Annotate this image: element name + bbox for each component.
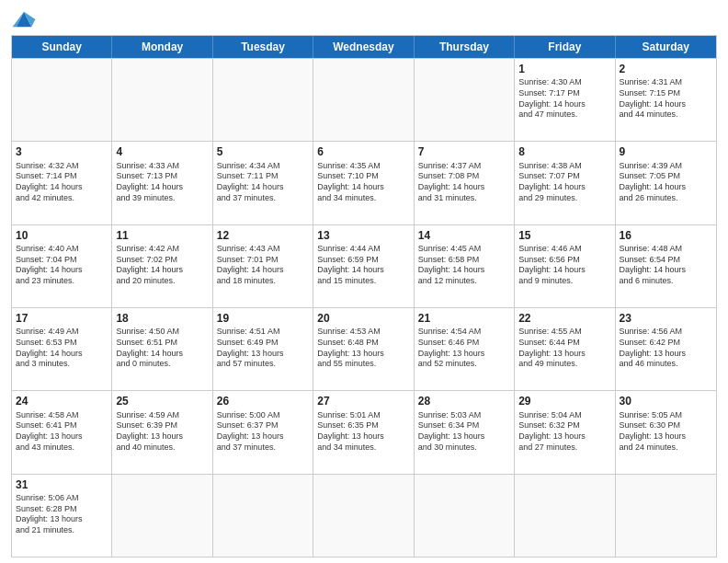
logo-icon <box>11 9 37 29</box>
cal-cell: 2Sunrise: 4:31 AM Sunset: 7:15 PM Daylig… <box>616 59 716 141</box>
day-number: 14 <box>418 228 510 243</box>
day-number: 26 <box>217 394 309 408</box>
cal-cell: 21Sunrise: 4:54 AM Sunset: 6:46 PM Dayli… <box>415 308 515 390</box>
cal-cell: 9Sunrise: 4:39 AM Sunset: 7:05 PM Daylig… <box>616 142 716 224</box>
day-info: Sunrise: 4:53 AM Sunset: 6:48 PM Dayligh… <box>317 327 409 370</box>
cal-cell: 18Sunrise: 4:50 AM Sunset: 6:51 PM Dayli… <box>112 308 212 390</box>
day-number: 3 <box>16 144 108 159</box>
day-info: Sunrise: 5:06 AM Sunset: 6:28 PM Dayligh… <box>16 493 108 536</box>
day-number: 4 <box>116 144 208 159</box>
day-info: Sunrise: 4:34 AM Sunset: 7:11 PM Dayligh… <box>217 161 309 204</box>
cal-cell: 3Sunrise: 4:32 AM Sunset: 7:14 PM Daylig… <box>12 142 112 224</box>
day-number: 22 <box>518 311 610 326</box>
week-row-4: 24Sunrise: 4:58 AM Sunset: 6:41 PM Dayli… <box>12 390 716 473</box>
cal-cell <box>313 59 414 141</box>
day-number: 15 <box>518 228 610 243</box>
day-info: Sunrise: 4:44 AM Sunset: 6:59 PM Dayligh… <box>317 244 409 287</box>
week-row-5: 31Sunrise: 5:06 AM Sunset: 6:28 PM Dayli… <box>12 474 716 557</box>
day-number: 23 <box>620 311 712 326</box>
day-number: 9 <box>620 144 712 159</box>
day-info: Sunrise: 4:58 AM Sunset: 6:41 PM Dayligh… <box>16 410 108 454</box>
cal-cell: 14Sunrise: 4:45 AM Sunset: 6:58 PM Dayli… <box>415 225 515 307</box>
day-info: Sunrise: 4:50 AM Sunset: 6:51 PM Dayligh… <box>116 327 208 370</box>
day-number: 29 <box>518 394 610 408</box>
cal-cell <box>12 59 112 141</box>
calendar: SundayMondayTuesdayWednesdayThursdayFrid… <box>11 35 717 557</box>
day-number: 24 <box>16 394 108 408</box>
day-number: 11 <box>116 228 208 243</box>
cal-cell: 4Sunrise: 4:33 AM Sunset: 7:13 PM Daylig… <box>112 142 212 224</box>
day-info: Sunrise: 4:48 AM Sunset: 6:54 PM Dayligh… <box>620 244 712 287</box>
day-info: Sunrise: 4:31 AM Sunset: 7:15 PM Dayligh… <box>620 77 712 121</box>
page: SundayMondayTuesdayWednesdayThursdayFrid… <box>0 0 728 563</box>
cal-cell: 12Sunrise: 4:43 AM Sunset: 7:01 PM Dayli… <box>213 225 313 307</box>
header-day-friday: Friday <box>515 36 615 58</box>
cal-cell <box>515 475 615 557</box>
day-number: 10 <box>16 228 108 243</box>
week-row-0: 1Sunrise: 4:30 AM Sunset: 7:17 PM Daylig… <box>12 58 716 141</box>
cal-cell <box>112 475 212 557</box>
cal-cell: 1Sunrise: 4:30 AM Sunset: 7:17 PM Daylig… <box>515 59 615 141</box>
day-info: Sunrise: 4:33 AM Sunset: 7:13 PM Dayligh… <box>116 161 208 204</box>
week-row-2: 10Sunrise: 4:40 AM Sunset: 7:04 PM Dayli… <box>12 224 716 307</box>
calendar-header: SundayMondayTuesdayWednesdayThursdayFrid… <box>12 36 716 58</box>
day-number: 12 <box>217 228 309 243</box>
header-day-monday: Monday <box>112 36 212 58</box>
day-info: Sunrise: 4:35 AM Sunset: 7:10 PM Dayligh… <box>317 161 409 204</box>
cal-cell <box>213 59 313 141</box>
day-number: 2 <box>620 62 712 76</box>
day-number: 30 <box>620 394 712 408</box>
day-info: Sunrise: 4:59 AM Sunset: 6:39 PM Dayligh… <box>116 410 208 454</box>
cal-cell: 13Sunrise: 4:44 AM Sunset: 6:59 PM Dayli… <box>313 225 414 307</box>
day-info: Sunrise: 4:56 AM Sunset: 6:42 PM Dayligh… <box>620 327 712 370</box>
day-number: 7 <box>418 144 510 159</box>
cal-cell: 10Sunrise: 4:40 AM Sunset: 7:04 PM Dayli… <box>12 225 112 307</box>
cal-cell: 31Sunrise: 5:06 AM Sunset: 6:28 PM Dayli… <box>12 475 112 557</box>
calendar-body: 1Sunrise: 4:30 AM Sunset: 7:17 PM Daylig… <box>12 58 716 557</box>
day-number: 20 <box>317 311 409 326</box>
header-day-thursday: Thursday <box>415 36 515 58</box>
day-info: Sunrise: 5:03 AM Sunset: 6:34 PM Dayligh… <box>418 410 510 454</box>
day-number: 27 <box>317 394 409 408</box>
day-info: Sunrise: 4:51 AM Sunset: 6:49 PM Dayligh… <box>217 327 309 370</box>
cal-cell <box>213 475 313 557</box>
day-info: Sunrise: 4:42 AM Sunset: 7:02 PM Dayligh… <box>116 244 208 287</box>
day-info: Sunrise: 4:49 AM Sunset: 6:53 PM Dayligh… <box>16 327 108 370</box>
cal-cell: 23Sunrise: 4:56 AM Sunset: 6:42 PM Dayli… <box>616 308 716 390</box>
cal-cell: 8Sunrise: 4:38 AM Sunset: 7:07 PM Daylig… <box>515 142 615 224</box>
day-info: Sunrise: 4:38 AM Sunset: 7:07 PM Dayligh… <box>518 161 610 204</box>
day-info: Sunrise: 4:40 AM Sunset: 7:04 PM Dayligh… <box>16 244 108 287</box>
day-number: 18 <box>116 311 208 326</box>
day-number: 31 <box>16 477 108 492</box>
cal-cell: 26Sunrise: 5:00 AM Sunset: 6:37 PM Dayli… <box>213 391 313 473</box>
header-day-tuesday: Tuesday <box>213 36 313 58</box>
cal-cell <box>112 59 212 141</box>
cal-cell: 20Sunrise: 4:53 AM Sunset: 6:48 PM Dayli… <box>313 308 414 390</box>
cal-cell: 11Sunrise: 4:42 AM Sunset: 7:02 PM Dayli… <box>112 225 212 307</box>
day-info: Sunrise: 4:30 AM Sunset: 7:17 PM Dayligh… <box>518 77 610 121</box>
day-number: 1 <box>518 62 610 76</box>
day-number: 25 <box>116 394 208 408</box>
cal-cell: 25Sunrise: 4:59 AM Sunset: 6:39 PM Dayli… <box>112 391 212 473</box>
day-number: 28 <box>418 394 510 408</box>
day-info: Sunrise: 5:04 AM Sunset: 6:32 PM Dayligh… <box>518 410 610 454</box>
day-info: Sunrise: 4:37 AM Sunset: 7:08 PM Dayligh… <box>418 161 510 204</box>
cal-cell: 6Sunrise: 4:35 AM Sunset: 7:10 PM Daylig… <box>313 142 414 224</box>
cal-cell <box>415 475 515 557</box>
day-number: 16 <box>620 228 712 243</box>
day-info: Sunrise: 5:01 AM Sunset: 6:35 PM Dayligh… <box>317 410 409 454</box>
day-number: 13 <box>317 228 409 243</box>
cal-cell: 24Sunrise: 4:58 AM Sunset: 6:41 PM Dayli… <box>12 391 112 473</box>
day-info: Sunrise: 4:32 AM Sunset: 7:14 PM Dayligh… <box>16 161 108 204</box>
day-number: 8 <box>518 144 610 159</box>
cal-cell: 27Sunrise: 5:01 AM Sunset: 6:35 PM Dayli… <box>313 391 414 473</box>
cal-cell: 7Sunrise: 4:37 AM Sunset: 7:08 PM Daylig… <box>415 142 515 224</box>
day-info: Sunrise: 4:43 AM Sunset: 7:01 PM Dayligh… <box>217 244 309 287</box>
header-day-saturday: Saturday <box>616 36 716 58</box>
cal-cell: 17Sunrise: 4:49 AM Sunset: 6:53 PM Dayli… <box>12 308 112 390</box>
cal-cell: 28Sunrise: 5:03 AM Sunset: 6:34 PM Dayli… <box>415 391 515 473</box>
cal-cell: 30Sunrise: 5:05 AM Sunset: 6:30 PM Dayli… <box>616 391 716 473</box>
cal-cell: 5Sunrise: 4:34 AM Sunset: 7:11 PM Daylig… <box>213 142 313 224</box>
day-number: 21 <box>418 311 510 326</box>
cal-cell <box>415 59 515 141</box>
